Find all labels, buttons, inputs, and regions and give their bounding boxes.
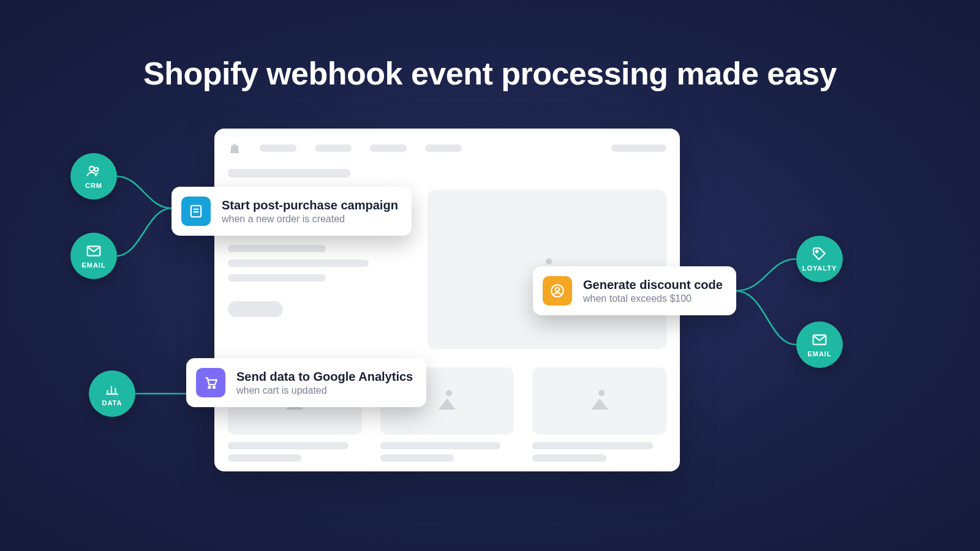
bubble-label: CRM [85, 182, 102, 189]
bubble-label: LOYALTY [802, 264, 837, 272]
event-card-campaign: Start post-purchase campaign when a new … [172, 187, 412, 236]
integration-bubble-email-left: EMAIL [70, 233, 117, 279]
placeholder-pill [380, 442, 501, 449]
card-title: Send data to Google Analytics [236, 369, 413, 384]
placeholder-pill [380, 454, 454, 462]
integration-bubble-email-right: EMAIL [796, 321, 843, 368]
connector-left-top [116, 171, 178, 263]
bubble-label: EMAIL [81, 261, 105, 269]
svg-point-6 [208, 386, 210, 388]
bubble-label: DATA [102, 399, 123, 407]
placeholder-pill [228, 442, 349, 449]
envelope-icon [86, 243, 102, 259]
card-subtitle: when a new order is created [222, 214, 398, 225]
tag-icon [812, 246, 827, 262]
receipt-icon [181, 197, 211, 226]
placeholder-pill [315, 144, 352, 152]
mock-title-row [228, 169, 666, 187]
svg-point-3 [816, 250, 818, 252]
page-headline: Shopify webhook event processing made ea… [0, 55, 980, 92]
avatar-icon [543, 276, 572, 305]
card-title: Start post-purchase campaign [222, 198, 398, 212]
cart-icon [196, 368, 225, 397]
connector-right [735, 257, 799, 349]
card-subtitle: when cart is updated [236, 385, 413, 396]
card-subtitle: when total exceeds $100 [583, 293, 723, 304]
svg-point-1 [94, 168, 98, 171]
illustration-stage: CRM EMAIL DATA LOYALTY EMAIL [0, 129, 980, 551]
mock-tile [532, 367, 666, 435]
svg-point-9 [556, 288, 560, 292]
connector-left-data [135, 389, 190, 401]
placeholder-pill [532, 442, 653, 449]
integration-bubble-data: DATA [89, 370, 135, 417]
placeholder-pill [228, 260, 369, 267]
placeholder-button [228, 301, 283, 317]
event-card-discount: Generate discount code when total exceed… [533, 266, 736, 315]
svg-point-0 [89, 167, 94, 171]
envelope-icon [812, 332, 827, 348]
placeholder-pill [260, 144, 296, 152]
people-icon [86, 163, 102, 179]
placeholder-pill [228, 274, 326, 282]
placeholder-pill [228, 245, 326, 252]
placeholder-pill [228, 169, 350, 178]
bubble-label: EMAIL [807, 350, 831, 358]
card-title: Generate discount code [583, 277, 723, 292]
svg-point-7 [213, 386, 215, 388]
integration-bubble-loyalty: LOYALTY [796, 236, 843, 282]
mock-tile-meta [228, 442, 666, 462]
event-card-analytics: Send data to Google Analytics when cart … [186, 358, 426, 407]
image-placeholder-icon [587, 389, 612, 413]
placeholder-pill [611, 144, 666, 152]
shopify-bag-icon [228, 141, 241, 155]
placeholder-pill [425, 144, 462, 152]
mock-topbar [228, 142, 666, 154]
placeholder-pill [370, 144, 407, 152]
placeholder-pill [532, 454, 606, 462]
placeholder-pill [228, 454, 301, 462]
image-placeholder-icon [435, 389, 459, 413]
integration-bubble-crm: CRM [70, 153, 117, 200]
bar-chart-icon [104, 381, 120, 397]
